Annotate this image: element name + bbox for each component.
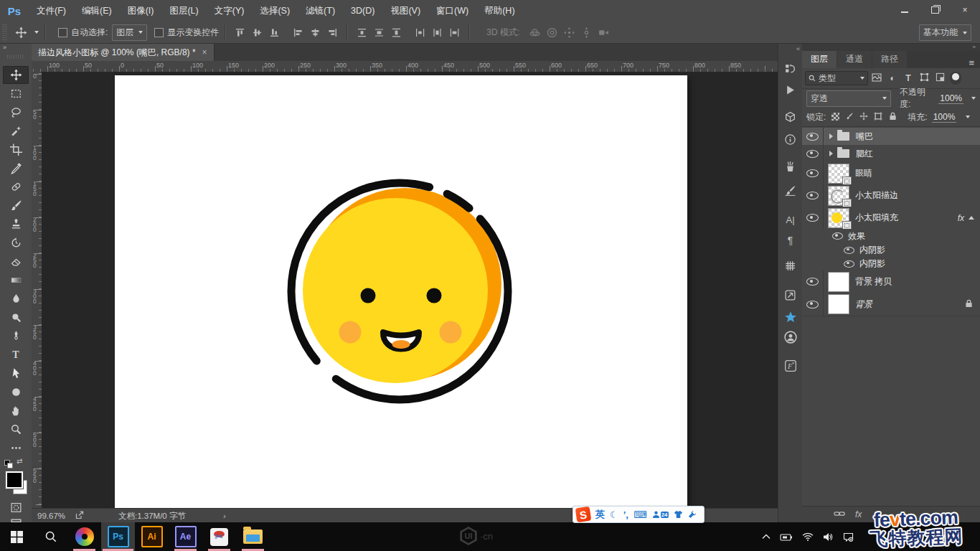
swap-colors-icon[interactable]: ⇄ xyxy=(17,457,22,465)
tool-preset-caret[interactable] xyxy=(34,31,39,34)
menu-filter[interactable]: 滤镜(T) xyxy=(298,0,343,22)
menu-3d[interactable]: 3D(D) xyxy=(343,0,382,22)
history-panel-icon[interactable] xyxy=(778,63,802,75)
soft-keyboard-icon[interactable]: ⌨ xyxy=(633,509,647,520)
menu-help[interactable]: 帮助(H) xyxy=(476,0,522,22)
layer-row-effects[interactable]: 效果 xyxy=(802,229,980,243)
align-bottom-edges-button[interactable] xyxy=(266,24,282,40)
crop-tool[interactable] xyxy=(5,141,27,159)
lock-all-icon[interactable] xyxy=(887,112,897,122)
menu-image[interactable]: 图像(I) xyxy=(120,0,162,22)
zoom-level-field[interactable]: 99.67% xyxy=(32,512,71,520)
ime-language-toggle[interactable]: 英 xyxy=(595,508,605,521)
blur-tool[interactable] xyxy=(5,290,27,308)
taskbar-photos-app[interactable] xyxy=(67,522,101,551)
user-center-icon[interactable]: 24 xyxy=(652,511,669,519)
lasso-tool[interactable] xyxy=(5,103,27,121)
eyedropper-tool[interactable] xyxy=(5,159,27,177)
share-icon[interactable] xyxy=(75,511,84,521)
dodge-tool[interactable] xyxy=(5,309,27,326)
quick-selection-tool[interactable] xyxy=(5,122,27,140)
tool-presets-panel-icon[interactable] xyxy=(778,161,802,173)
layer-row-sun-stroke[interactable]: 小太阳描边 xyxy=(802,184,980,207)
visibility-toggle[interactable] xyxy=(802,207,824,229)
ellipse-tool[interactable] xyxy=(5,383,27,401)
taskbar-snipping-app[interactable]: ✂ xyxy=(202,522,236,551)
distribute-right-edges-button[interactable] xyxy=(446,24,462,40)
distribute-top-edges-button[interactable] xyxy=(354,24,369,40)
layer-row-blush-group[interactable]: 腮红 xyxy=(802,145,980,163)
distribute-horizontal-centers-button[interactable] xyxy=(429,24,445,40)
favorites-star-icon[interactable] xyxy=(778,311,802,324)
paragraph-panel-icon[interactable]: ¶ xyxy=(778,235,802,246)
visibility-toggle[interactable] xyxy=(802,184,824,207)
tray-chevron-icon[interactable] xyxy=(762,534,771,540)
minimize-button[interactable] xyxy=(890,0,920,20)
lock-artboard-icon[interactable] xyxy=(873,112,883,122)
wifi-icon[interactable] xyxy=(802,532,814,541)
blend-mode-dropdown[interactable]: 穿透 xyxy=(806,90,891,107)
filter-type-layers-icon[interactable]: T xyxy=(901,73,915,83)
layer-thumbnail[interactable] xyxy=(828,164,849,184)
actions-panel-icon[interactable] xyxy=(778,85,802,95)
auto-select-checkbox[interactable] xyxy=(58,28,67,37)
move-tool-badge[interactable] xyxy=(13,24,29,40)
layer-row-inner-shadow-2[interactable]: 内阴影 xyxy=(802,257,980,271)
tab-channels[interactable]: 通道 xyxy=(837,51,872,68)
filter-toggle-switch[interactable] xyxy=(950,72,961,85)
3d-panel-icon[interactable] xyxy=(778,111,802,123)
gradient-tool[interactable] xyxy=(5,271,27,289)
menu-window[interactable]: 窗口(W) xyxy=(428,0,476,22)
collapse-tools-icon[interactable]: » xyxy=(0,44,32,53)
account-icon[interactable] xyxy=(778,331,802,344)
eye-icon[interactable] xyxy=(844,247,854,254)
workspace-dropdown[interactable]: 基本功能 xyxy=(919,24,971,41)
history-brush-tool[interactable] xyxy=(5,234,27,252)
restore-button[interactable] xyxy=(920,0,950,20)
default-colors-icon[interactable] xyxy=(4,460,11,467)
distribute-vertical-centers-button[interactable] xyxy=(371,24,387,40)
collapse-effects-chevron[interactable] xyxy=(969,216,974,220)
character-styles-panel-icon[interactable] xyxy=(778,260,802,272)
close-button[interactable]: × xyxy=(950,0,980,20)
moon-icon[interactable]: ☾ xyxy=(610,509,618,520)
group-expand-triangle[interactable] xyxy=(829,151,833,156)
filter-smart-objects-icon[interactable] xyxy=(933,72,947,84)
layer-row-background-copy[interactable]: 背景 拷贝 xyxy=(802,270,980,293)
lock-position-icon[interactable] xyxy=(859,112,869,122)
menu-edit[interactable]: 编辑(E) xyxy=(74,0,120,22)
ruler-vertical[interactable]: 05 01 0 01 5 02 0 02 5 03 0 03 5 04 0 04… xyxy=(32,72,42,508)
path-selection-tool[interactable] xyxy=(5,364,27,382)
glyphs-panel-icon[interactable]: F xyxy=(778,359,802,372)
filter-type-dropdown[interactable]: 类型 xyxy=(805,71,868,85)
zoom-tool[interactable] xyxy=(5,420,27,438)
lock-pixels-icon[interactable] xyxy=(844,112,854,122)
tab-paths[interactable]: 路径 xyxy=(872,51,907,68)
menu-file[interactable]: 文件(F) xyxy=(29,0,74,22)
punctuation-icon[interactable]: ’, xyxy=(623,509,628,520)
clone-stamp-tool[interactable] xyxy=(5,215,27,233)
ruler-horizontal[interactable]: 1005005010015020025030035040045050055060… xyxy=(32,61,778,72)
layer-row-eyes[interactable]: 眼睛 xyxy=(802,162,980,185)
eye-icon[interactable] xyxy=(832,232,843,240)
document-canvas[interactable] xyxy=(115,75,687,508)
taskbar-aftereffects-app[interactable]: Ae xyxy=(169,522,202,551)
filter-adjustment-layers-icon[interactable]: ◐ xyxy=(885,73,900,83)
menu-layer[interactable]: 图层(L) xyxy=(161,0,206,22)
layer-row-sun-fill[interactable]: 小太阳填充 fx xyxy=(802,207,980,230)
layer-row-mouth-group[interactable]: 嘴巴 xyxy=(802,128,980,146)
status-options-chevron[interactable]: › xyxy=(223,512,226,520)
document-tab[interactable]: 描边风格小图标 @ 100% (嘴巴, RGB/8) * × xyxy=(32,44,215,61)
move-tool[interactable] xyxy=(3,66,29,84)
opacity-value[interactable]: 100% xyxy=(938,93,963,104)
skin-shirt-icon[interactable] xyxy=(674,510,683,519)
align-right-edges-button[interactable] xyxy=(324,24,340,40)
fill-value[interactable]: 100% xyxy=(932,112,957,123)
layer-thumbnail[interactable] xyxy=(828,294,849,314)
dropdown-caret-icon[interactable] xyxy=(971,97,976,100)
dropdown-caret-icon[interactable] xyxy=(966,116,970,118)
align-horizontal-centers-button[interactable] xyxy=(307,24,323,40)
eraser-tool[interactable] xyxy=(5,253,27,270)
brush-panel-icon[interactable] xyxy=(778,184,802,197)
marquee-tool[interactable] xyxy=(5,85,27,103)
